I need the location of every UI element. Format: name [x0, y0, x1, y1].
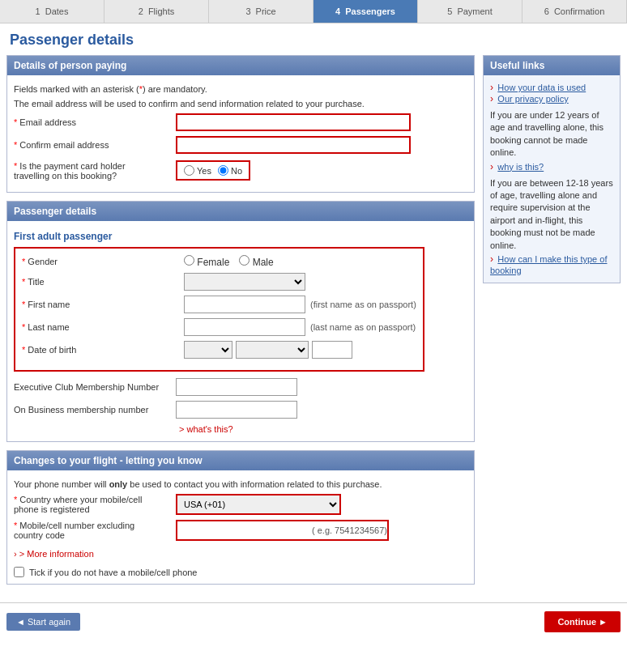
confirm-email-row: * Confirm email address [14, 136, 467, 154]
male-radio-label[interactable]: Male [239, 255, 273, 268]
mobile-input[interactable] [177, 521, 307, 539]
step-price[interactable]: 3 Price [209, 0, 314, 23]
more-info-link[interactable]: › > More information [14, 549, 94, 559]
mandatory-note: Fields marked with an asterisk (*) are m… [14, 82, 467, 96]
how-data-used-link[interactable]: How your data is used [497, 83, 586, 92]
arrow-icon-3: › [490, 161, 493, 172]
progress-bar: 1 Dates 2 Flights 3 Price 4 Passengers 5… [0, 0, 627, 23]
main-layout: Details of person paying Fields marked w… [0, 55, 627, 599]
title-select[interactable]: Mr Mrs Ms Dr [184, 273, 305, 291]
passenger-section-body: First adult passenger * Gender Female [7, 221, 474, 441]
confirm-email-input[interactable] [176, 136, 411, 154]
confirm-email-label: * Confirm email address [14, 140, 176, 150]
last-name-label: * Last name [22, 322, 184, 332]
phone-note-bold: only [109, 479, 128, 489]
female-radio-label[interactable]: Female [184, 255, 229, 268]
country-select[interactable]: USA (+01) UK (+44) Canada (+1) [177, 495, 339, 513]
arrow-icon-1: › [490, 82, 493, 93]
on-business-label: On Business membership number [14, 405, 176, 415]
passenger-section-header: Passenger details [7, 202, 474, 221]
phone-note: Your phone number will only be used to c… [14, 477, 467, 494]
step-flights[interactable]: 2 Flights [104, 0, 209, 23]
payment-holder-label: * Is the payment card holdertravelling o… [14, 161, 176, 181]
whats-this-link[interactable]: > what's this? [179, 424, 233, 434]
step-dates[interactable]: 1 Dates [0, 0, 104, 23]
mobile-input-wrapper: ( e.g. 7541234567) [176, 520, 389, 541]
under-12-note: If you are under 12 years of age and tra… [490, 109, 613, 159]
yes-radio-label[interactable]: Yes [184, 165, 211, 176]
left-column: Details of person paying Fields marked w… [6, 55, 475, 593]
whats-this-row: > what's this? [176, 423, 467, 435]
last-name-row: * Last name (last name as on passport) [22, 318, 416, 336]
start-again-button[interactable]: ◄ Start again [6, 613, 80, 631]
exec-club-input[interactable] [176, 378, 297, 396]
on-business-input[interactable] [176, 401, 297, 419]
no-radio[interactable] [218, 165, 228, 176]
email-info-note: The email address will be used to confir… [14, 96, 467, 113]
passenger-section: Passenger details First adult passenger … [6, 201, 475, 442]
dob-year-input[interactable] [312, 341, 352, 359]
mobile-hint: ( e.g. 7541234567) [312, 525, 387, 535]
more-info-arrow: › [14, 549, 17, 559]
female-radio[interactable] [184, 255, 194, 266]
changes-section-header: Changes to your flight - letting you kno… [7, 451, 474, 470]
mobile-label: * Mobile/cell number excludingcountry co… [14, 521, 176, 540]
useful-links-header: Useful links [484, 56, 620, 75]
male-radio[interactable] [239, 255, 250, 266]
changes-section-body: Your phone number will only be used to c… [7, 470, 474, 584]
continue-button[interactable]: Continue ► [544, 611, 621, 632]
link-item-data: › How your data is used [490, 82, 613, 93]
why-link[interactable]: why is this? [497, 162, 544, 172]
more-info-row: › > More information [14, 546, 467, 562]
bottom-bar: ◄ Start again Continue ► [0, 602, 627, 640]
gender-label: * Gender [22, 257, 184, 266]
right-column: Useful links › How your data is used › O… [483, 55, 621, 593]
title-label: * Title [22, 277, 184, 287]
privacy-policy-link[interactable]: Our privacy policy [497, 94, 568, 104]
asterisk: * [139, 84, 143, 94]
passenger-fields-box: * Gender Female Male [14, 247, 424, 372]
email-label: * Email address [14, 117, 176, 127]
arrow-icon-4: › [490, 253, 493, 265]
gender-radio-group: Female Male [184, 255, 274, 268]
first-name-hint: (first name as on passport) [310, 300, 416, 309]
link-item-privacy: › Our privacy policy [490, 93, 613, 104]
passenger-sub-header: First adult passenger [14, 228, 467, 247]
email-row: * Email address [14, 113, 467, 131]
title-row: * Title Mr Mrs Ms Dr [22, 273, 416, 291]
first-name-label: * First name [22, 300, 184, 309]
yes-no-radio-group: Yes No [176, 160, 250, 181]
payer-section-header: Details of person paying [7, 56, 474, 75]
useful-links-panel: Useful links › How your data is used › O… [483, 55, 621, 283]
country-row: * Country where your mobile/cellphone is… [14, 494, 467, 515]
arrow-icon-2: › [490, 93, 493, 104]
payer-section-body: Fields marked with an asterisk (*) are m… [7, 75, 474, 192]
last-name-input[interactable] [184, 318, 305, 336]
step-passengers[interactable]: 4 Passengers [314, 0, 418, 23]
step-payment[interactable]: 5 Payment [418, 0, 522, 23]
dob-row: * Date of birth [22, 341, 416, 359]
email-input[interactable] [176, 113, 411, 131]
no-mobile-checkbox[interactable] [14, 567, 24, 577]
no-mobile-label: Tick if you do not have a mobile/cell ph… [29, 568, 198, 577]
dob-group [184, 341, 352, 359]
on-business-row: On Business membership number [14, 401, 467, 419]
dob-day-select[interactable] [184, 341, 232, 359]
mobile-row: * Mobile/cell number excludingcountry co… [14, 520, 467, 541]
link-item-why: › why is this? [490, 161, 613, 172]
country-select-wrapper: USA (+01) UK (+44) Canada (+1) [176, 494, 341, 515]
payment-holder-row: * Is the payment card holdertravelling o… [14, 160, 467, 181]
link-item-how: › How can I make this type of booking [490, 253, 613, 276]
payer-section: Details of person paying Fields marked w… [6, 55, 475, 193]
last-name-hint: (last name as on passport) [310, 322, 416, 332]
yes-radio[interactable] [184, 165, 194, 176]
first-name-input[interactable] [184, 296, 305, 313]
step-confirmation[interactable]: 6 Confirmation [522, 0, 627, 23]
how-to-book-link[interactable]: How can I make this type of booking [490, 254, 607, 275]
changes-section: Changes to your flight - letting you kno… [6, 450, 475, 585]
country-label: * Country where your mobile/cellphone is… [14, 495, 176, 514]
dob-label: * Date of birth [22, 345, 184, 355]
dob-month-select[interactable] [236, 341, 309, 359]
page-title: Passenger details [0, 23, 627, 55]
no-radio-label[interactable]: No [218, 165, 242, 176]
